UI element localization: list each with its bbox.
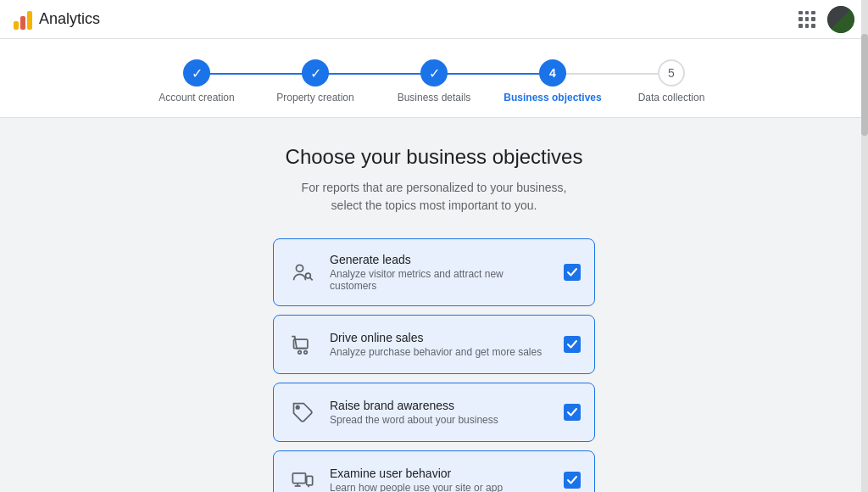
svg-rect-8 [307, 476, 313, 485]
objective-drive-online-sales[interactable]: Drive online sales Analyze purchase beha… [273, 315, 595, 374]
svg-line-2 [310, 277, 313, 280]
step-data-collection: 5 Data collection [612, 59, 731, 103]
step-2-label: Property creation [276, 92, 353, 103]
main-content: Choose your business objectives For repo… [0, 118, 868, 492]
person-search-icon [287, 257, 318, 288]
scrollbar[interactable] [861, 0, 868, 492]
stepper: ✓ Account creation ✓ Property creation ✓… [0, 39, 868, 118]
logo: Analytics [14, 9, 100, 30]
step-account-creation: ✓ Account creation [137, 59, 256, 103]
avatar[interactable] [827, 6, 854, 33]
step-1-circle: ✓ [183, 59, 210, 87]
page-title: Choose your business objectives [286, 145, 583, 169]
header-actions [797, 6, 854, 33]
apps-icon[interactable] [797, 9, 817, 30]
app-header: Analytics [0, 0, 868, 39]
step-5-circle: 5 [658, 59, 685, 87]
step-5-label: Data collection [638, 92, 705, 103]
step-2-circle: ✓ [302, 59, 329, 87]
page-subtitle: For reports that are personalized to you… [302, 179, 567, 215]
step-business-objectives: 4 Business objectives [493, 59, 612, 103]
objective-drive-sales-title: Drive online sales [330, 331, 552, 344]
svg-point-5 [304, 351, 308, 355]
objective-generate-leads-desc: Analyze visitor metrics and attract new … [330, 268, 552, 292]
svg-point-6 [296, 405, 299, 409]
step-3-label: Business details [398, 92, 471, 103]
scrollbar-thumb[interactable] [861, 34, 868, 136]
svg-rect-7 [292, 473, 305, 484]
objective-drive-sales-checkbox[interactable] [564, 336, 581, 353]
objective-generate-leads-title: Generate leads [330, 253, 552, 266]
objective-brand-awareness-checkbox[interactable] [564, 404, 581, 421]
objective-generate-leads-text: Generate leads Analyze visitor metrics a… [330, 253, 552, 292]
objective-drive-sales-desc: Analyze purchase behavior and get more s… [330, 346, 552, 358]
shopping-cart-icon [287, 329, 318, 360]
step-4-label: Business objectives [504, 92, 601, 103]
step-property-creation: ✓ Property creation [256, 59, 375, 103]
objective-generate-leads-checkbox[interactable] [564, 264, 581, 281]
logo-icon [14, 9, 32, 30]
svg-point-1 [306, 273, 311, 278]
objective-examine-behavior-title: Examine user behavior [330, 467, 552, 480]
objective-examine-behavior-desc: Learn how people use your site or app [330, 482, 552, 492]
step-business-details: ✓ Business details [375, 59, 493, 103]
objective-generate-leads[interactable]: Generate leads Analyze visitor metrics a… [273, 238, 595, 306]
objective-examine-behavior[interactable]: Examine user behavior Learn how people u… [273, 450, 595, 492]
step-3-circle: ✓ [420, 59, 448, 87]
objective-examine-behavior-checkbox[interactable] [564, 472, 581, 489]
objective-raise-brand-awareness[interactable]: Raise brand awareness Spread the word ab… [273, 383, 595, 442]
objectives-list: Generate leads Analyze visitor metrics a… [273, 238, 595, 492]
objective-brand-awareness-title: Raise brand awareness [330, 399, 552, 412]
objective-examine-behavior-text: Examine user behavior Learn how people u… [330, 467, 552, 492]
svg-point-4 [298, 351, 302, 355]
objective-drive-sales-text: Drive online sales Analyze purchase beha… [330, 331, 552, 358]
app-title: Analytics [39, 10, 100, 28]
objective-brand-awareness-text: Raise brand awareness Spread the word ab… [330, 399, 552, 426]
svg-point-0 [296, 265, 303, 271]
step-4-circle: 4 [539, 59, 566, 87]
tag-icon [287, 397, 318, 428]
objective-brand-awareness-desc: Spread the word about your business [330, 414, 552, 426]
monitor-phone-icon [287, 465, 318, 492]
step-1-label: Account creation [159, 92, 234, 103]
